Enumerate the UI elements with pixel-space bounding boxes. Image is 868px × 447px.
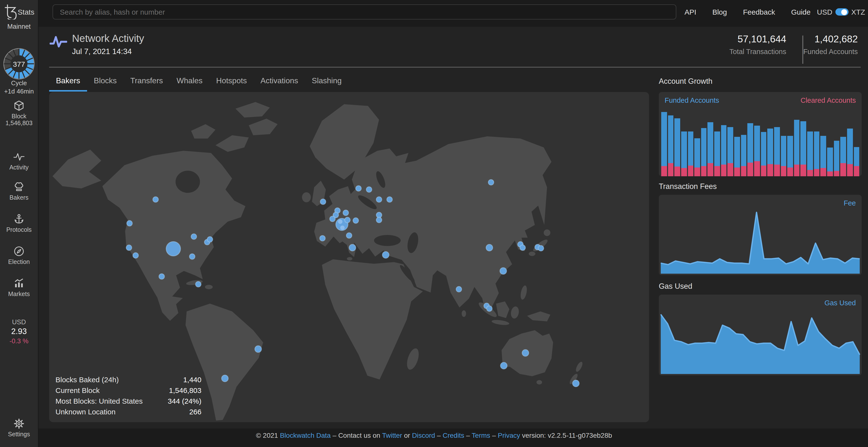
baker-dot[interactable]	[520, 245, 525, 250]
baker-dot[interactable]	[126, 245, 132, 250]
growth-bar	[827, 108, 833, 176]
baker-dot[interactable]	[500, 268, 506, 274]
baker-dot[interactable]	[189, 254, 195, 259]
world-map-icon	[49, 92, 649, 422]
footer-link-discord[interactable]: Discord	[412, 431, 435, 439]
baker-dot[interactable]	[356, 186, 361, 191]
legend-gas-used[interactable]: Gas Used	[825, 299, 856, 307]
currency-toggle[interactable]	[835, 8, 848, 16]
tab-transfers[interactable]: Transfers	[124, 73, 170, 92]
tab-hotspots[interactable]: Hotspots	[210, 73, 254, 92]
baker-dot[interactable]	[522, 350, 529, 356]
top-links: API Blog Feedback Guide	[685, 0, 811, 24]
baker-dot[interactable]	[159, 274, 164, 279]
baker-dot[interactable]	[376, 217, 382, 223]
link-api[interactable]: API	[685, 8, 696, 16]
baker-dot[interactable]	[572, 380, 579, 387]
growth-bar	[661, 108, 667, 176]
footer-text: or	[402, 431, 412, 439]
gas-used-chart[interactable]: Gas Used	[659, 295, 862, 376]
link-guide[interactable]: Guide	[791, 8, 811, 16]
tab-whales[interactable]: Whales	[170, 73, 210, 92]
baker-world-map[interactable]: Blocks Baked (24h)1,440Current Block1,54…	[49, 92, 649, 422]
baker-dot[interactable]	[330, 216, 335, 222]
baker-dot[interactable]	[488, 179, 494, 185]
baker-dot[interactable]	[353, 218, 359, 223]
growth-bar	[754, 108, 760, 176]
footer-link-twitter[interactable]: Twitter	[382, 431, 402, 439]
sidebar-item-settings[interactable]: Settings	[0, 418, 38, 438]
cycle-gauge[interactable]: 377	[3, 48, 35, 80]
baker-dot[interactable]	[346, 233, 352, 238]
growth-bar	[675, 108, 680, 176]
tab-bakers[interactable]: Bakers	[49, 73, 87, 92]
footer-text: – Contact us on	[331, 431, 382, 439]
legend-cleared-accounts[interactable]: Cleared Accounts	[801, 96, 856, 104]
growth-bar	[741, 108, 746, 176]
tab-blocks[interactable]: Blocks	[87, 73, 124, 92]
sidebar-item-protocols[interactable]: Protocols	[0, 213, 38, 233]
account-growth-chart[interactable]: Funded Accounts Cleared Accounts	[659, 92, 862, 176]
link-feedback[interactable]: Feedback	[743, 8, 775, 16]
sidebar-item-election[interactable]: Election	[0, 245, 38, 265]
baker-dot[interactable]	[133, 253, 138, 258]
legend-fee[interactable]: Fee	[844, 199, 856, 207]
header-divider	[49, 67, 861, 68]
baker-dot[interactable]	[127, 220, 132, 226]
baker-dot[interactable]	[191, 234, 196, 239]
baker-dot[interactable]	[366, 187, 372, 192]
baker-dot[interactable]	[153, 197, 158, 202]
baker-dot[interactable]	[195, 281, 201, 287]
sidebar-item-markets[interactable]: Markets	[0, 277, 38, 298]
baker-dot-highlight	[338, 219, 342, 224]
footer-link-credits[interactable]: Credits	[442, 431, 464, 439]
section-title-gas-used: Gas Used	[659, 282, 862, 291]
baker-dot[interactable]	[538, 245, 544, 251]
gear-icon	[13, 418, 25, 429]
baker-dot[interactable]	[500, 362, 507, 369]
sidebar-item-block[interactable]: Block1,546,803	[0, 100, 38, 127]
transaction-fees-chart[interactable]: Fee	[659, 195, 862, 275]
growth-bar	[701, 108, 707, 176]
footer-link-privacy[interactable]: Privacy	[498, 431, 520, 439]
baker-dot[interactable]	[382, 251, 389, 258]
baker-dot[interactable]	[255, 346, 261, 352]
baker-dot[interactable]	[343, 210, 349, 216]
baker-dot[interactable]	[222, 375, 228, 382]
stat-funded-accounts: 1,402,682 Funded Accounts	[803, 34, 858, 56]
search-input[interactable]	[53, 4, 676, 20]
footer-link-terms[interactable]: Terms	[472, 431, 490, 439]
cube-icon	[13, 100, 25, 112]
main-content: Network Activity Jul 7, 2021 14:34 57,10…	[38, 27, 868, 428]
page-timestamp: Jul 7, 2021 14:34	[72, 47, 132, 56]
baker-dot[interactable]	[207, 237, 213, 242]
cycle-eta: +1d 46min	[0, 88, 38, 95]
tab-slashing[interactable]: Slashing	[305, 73, 349, 92]
growth-bar	[681, 108, 687, 176]
tezos-stats-logo[interactable]: Stats	[0, 4, 38, 20]
baker-dot[interactable]	[487, 306, 492, 311]
baker-dot[interactable]	[486, 244, 493, 251]
sidebar-item-bakers[interactable]: Bakers	[0, 181, 38, 201]
growth-bar	[721, 108, 727, 176]
baker-dot[interactable]	[376, 197, 382, 202]
footer-link-blockwatch-data[interactable]: Blockwatch Data	[280, 431, 331, 439]
baker-dot[interactable]	[166, 241, 181, 256]
baker-dot[interactable]	[345, 217, 350, 223]
network-label: Mainnet	[0, 23, 38, 30]
price-block[interactable]: USD 2.93 -0.3 %	[0, 319, 38, 345]
sidebar-item-activity[interactable]: Activity	[0, 151, 38, 171]
growth-bar	[748, 108, 753, 176]
baker-dot[interactable]	[349, 244, 356, 251]
baker-dot[interactable]	[387, 197, 393, 202]
tab-activations[interactable]: Activations	[254, 73, 305, 92]
growth-bar	[668, 108, 673, 176]
baker-dot[interactable]	[320, 235, 325, 241]
link-blog[interactable]: Blog	[712, 8, 727, 16]
growth-bar	[847, 108, 853, 176]
baker-dot[interactable]	[456, 287, 462, 292]
footer-text: –	[435, 431, 442, 439]
baker-dot[interactable]	[320, 199, 326, 205]
legend-funded-accounts[interactable]: Funded Accounts	[664, 96, 719, 104]
growth-bar	[774, 108, 780, 176]
